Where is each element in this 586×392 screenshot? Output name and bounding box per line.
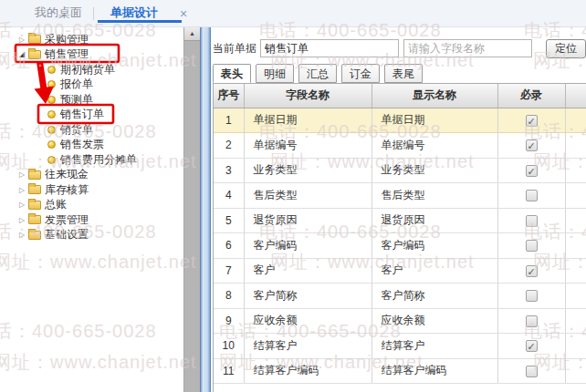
required-checkbox[interactable]	[526, 215, 538, 227]
tree-item-cash[interactable]: ▷ 往来现金	[0, 168, 183, 183]
required-checkbox[interactable]	[526, 315, 538, 327]
tree-item-sales-invoice[interactable]: 销售发票	[0, 138, 183, 153]
required-checkbox[interactable]: ✓	[526, 165, 538, 177]
tree-item-forecast[interactable]: 预测单	[0, 92, 183, 108]
row-no: 3	[214, 158, 244, 183]
bullet-icon	[47, 66, 56, 74]
tab-my-desktop[interactable]: 我的桌面	[26, 0, 91, 27]
field-name-cell[interactable]: 应收余额	[244, 308, 371, 334]
required-checkbox[interactable]	[526, 290, 538, 302]
table-row[interactable]: 3 业务类型 业务类型 ✓	[214, 158, 586, 183]
display-name-cell[interactable]: 单据编号	[371, 133, 497, 159]
display-name-cell[interactable]: 客户简称	[371, 284, 497, 309]
tree-item-sales[interactable]: ◢ 销售管理	[0, 47, 183, 63]
required-checkbox[interactable]	[526, 190, 538, 201]
current-doc-input[interactable]	[260, 39, 399, 57]
table-row[interactable]: 6 客户编码 客户编码	[214, 233, 586, 259]
required-checkbox[interactable]: ✓	[526, 265, 538, 277]
field-name-cell[interactable]: 客户简称	[244, 284, 371, 309]
tree-scrollbar[interactable]: ▲	[183, 27, 200, 392]
scroll-up-icon[interactable]: ▲	[184, 27, 200, 41]
field-name-cell[interactable]: 单据编号	[244, 133, 371, 159]
tree-item-sales-expense[interactable]: 销售费用分摊单	[0, 152, 183, 168]
tree-item-sales-order[interactable]: 销售订单	[0, 108, 183, 123]
table-row[interactable]: 7 客户 客户 ✓	[214, 258, 586, 284]
table-row[interactable]: 4 售后类型 售后类型	[214, 183, 586, 209]
tab-header-section[interactable]: 表头	[213, 64, 251, 83]
required-checkbox[interactable]: ✓	[526, 115, 538, 127]
bullet-icon	[47, 156, 56, 164]
chevron-right-icon[interactable]: ▷	[17, 170, 26, 179]
table-row[interactable]: 8 客户简称 客户简称	[214, 284, 586, 309]
field-name-cell[interactable]: 客户	[244, 258, 371, 284]
tab-summary-section[interactable]: 汇总	[298, 64, 337, 83]
document-design-window: 我的桌面 单据设计 × ▷ 采购管理 ◢ 销售管理 期初销货单 报价单	[0, 0, 586, 392]
field-name-cell[interactable]: 售后类型	[244, 183, 371, 209]
tree-item-invoice-mgmt[interactable]: ▷ 发票管理	[0, 212, 183, 228]
tree-item-general-ledger[interactable]: ▷ 总账	[0, 198, 183, 213]
tree-item-quotation[interactable]: 报价单	[0, 77, 183, 93]
required-checkbox[interactable]	[526, 366, 538, 377]
tab-document-design[interactable]: 单据设计	[101, 0, 167, 27]
table-row[interactable]: 5 退货原因 退货原因	[214, 208, 586, 233]
col-header-field: 字段名称	[244, 84, 371, 108]
table-row[interactable]: 9 应收余额 应收余额	[214, 308, 586, 334]
tree-item-purchase[interactable]: ▷ 采购管理	[0, 32, 183, 47]
field-name-cell[interactable]: 结算客户编码	[244, 358, 371, 384]
tree-item-basic-settings[interactable]: ▷ 基础设置	[0, 228, 183, 243]
field-name-cell[interactable]: 客户编码	[244, 233, 371, 259]
locate-button[interactable]: 定位	[546, 39, 586, 58]
required-checkbox[interactable]	[526, 240, 538, 252]
tree-item-sales-delivery[interactable]: 销货单	[0, 122, 183, 138]
display-name-cell[interactable]: 客户编码	[371, 233, 497, 259]
chevron-right-icon[interactable]: ▷	[17, 231, 26, 239]
display-name-cell[interactable]: 退货原因	[371, 208, 497, 233]
bullet-icon	[47, 96, 56, 104]
display-name-cell[interactable]: 应收余额	[371, 308, 497, 334]
tree-item-initial-sales[interactable]: 期初销货单	[0, 62, 183, 77]
field-name-cell[interactable]: 退货原因	[244, 208, 371, 233]
col-header-extra	[565, 84, 586, 108]
tab-deposit-section[interactable]: 订金	[341, 64, 380, 83]
tab-detail-section[interactable]: 明细	[256, 64, 294, 83]
row-no: 7	[214, 258, 244, 284]
current-doc-toolbar: 当前单据 定位	[213, 38, 586, 58]
field-search-input[interactable]	[403, 39, 532, 57]
display-name-cell[interactable]: 结算客户编码	[371, 358, 497, 384]
tree-item-label: 库存核算	[45, 182, 89, 198]
row-no: 4	[214, 183, 244, 209]
field-name-cell[interactable]: 结算客户	[244, 334, 371, 359]
tree-item-label: 发票管理	[45, 212, 89, 228]
tree-item-inventory[interactable]: ▷ 库存核算	[0, 182, 183, 198]
table-row[interactable]: 10 结算客户 结算客户 ✓	[214, 334, 586, 359]
close-tab-icon[interactable]: ×	[180, 0, 187, 27]
folder-icon	[28, 50, 41, 59]
display-name-cell[interactable]: 售后类型	[371, 183, 497, 209]
chevron-right-icon[interactable]: ▷	[17, 201, 26, 209]
chevron-right-icon[interactable]: ▷	[17, 186, 26, 194]
bullet-icon	[47, 80, 56, 88]
display-name-cell[interactable]: 单据日期	[371, 108, 497, 133]
folder-icon	[28, 201, 41, 210]
field-name-cell[interactable]: 业务类型	[244, 158, 371, 183]
tab-footer-section[interactable]: 表尾	[384, 64, 423, 83]
main-area: ▷ 采购管理 ◢ 销售管理 期初销货单 报价单 预测单	[0, 27, 586, 392]
chevron-right-icon[interactable]: ▷	[17, 36, 26, 44]
bullet-icon	[47, 110, 56, 119]
field-name-cell[interactable]: 单据日期	[244, 108, 371, 133]
display-name-cell[interactable]: 客户	[371, 258, 497, 284]
table-row[interactable]: 11 结算客户编码 结算客户编码	[214, 358, 586, 384]
tree-item-label: 报价单	[60, 77, 93, 92]
required-checkbox[interactable]: ✓	[526, 139, 538, 151]
display-name-cell[interactable]: 业务类型	[371, 158, 497, 183]
chevron-right-icon[interactable]: ▷	[17, 216, 26, 224]
chevron-expanded-icon[interactable]: ◢	[17, 50, 26, 58]
table-header-row: 序号 字段名称 显示名称 必录	[214, 84, 586, 108]
table-row[interactable]: 1 单据日期 单据日期 ✓	[214, 108, 586, 133]
scrollbar-thumb[interactable]	[184, 41, 200, 392]
required-checkbox[interactable]: ✓	[526, 340, 538, 352]
table-row[interactable]: 2 单据编号 单据编号 ✓	[214, 133, 586, 159]
tree-item-label: 销货单	[60, 122, 93, 138]
display-name-cell[interactable]: 结算客户	[371, 334, 497, 359]
pane-splitter[interactable]	[200, 27, 211, 392]
